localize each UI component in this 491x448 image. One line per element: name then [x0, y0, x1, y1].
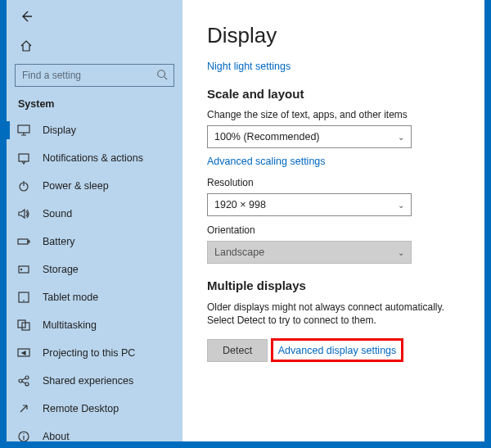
- detect-button[interactable]: Detect: [207, 339, 268, 362]
- sidebar-item-sound[interactable]: Sound: [7, 200, 182, 228]
- chevron-down-icon: ⌄: [398, 133, 404, 142]
- sidebar-item-battery[interactable]: Battery: [7, 228, 182, 256]
- sidebar-item-display[interactable]: Display: [7, 116, 182, 144]
- svg-point-0: [158, 70, 165, 78]
- sidebar-item-label: Multitasking: [43, 319, 97, 331]
- svg-rect-2: [19, 154, 29, 161]
- battery-icon: [16, 234, 31, 249]
- resolution-select[interactable]: 1920 × 998 ⌄: [207, 193, 412, 216]
- night-light-link[interactable]: Night light settings: [207, 61, 291, 72]
- sidebar-item-label: Shared experiences: [43, 375, 133, 387]
- sidebar-item-label: Notifications & actions: [43, 152, 143, 164]
- scale-select[interactable]: 100% (Recommended) ⌄: [207, 125, 412, 148]
- page-title: Display: [207, 23, 465, 48]
- home-icon: [20, 39, 33, 52]
- resolution-value: 1920 × 998: [214, 199, 266, 210]
- sidebar-item-label: About: [43, 431, 70, 441]
- shared-icon: [16, 373, 31, 388]
- multiple-desc: Older displays might not always connect …: [207, 301, 453, 327]
- multitask-icon: [16, 318, 31, 333]
- svg-point-7: [20, 269, 21, 269]
- display-icon: [16, 123, 31, 138]
- sidebar-item-label: Storage: [43, 264, 79, 275]
- sidebar-item-label: Projecting to this PC: [43, 347, 135, 359]
- sidebar-item-multitask[interactable]: Multitasking: [7, 311, 182, 339]
- advanced-display-link[interactable]: Advanced display settings: [278, 345, 397, 356]
- sidebar-item-label: Battery: [43, 236, 75, 247]
- back-button[interactable]: [18, 8, 34, 25]
- sidebar-item-label: Sound: [43, 208, 72, 219]
- sidebar-item-label: Display: [43, 124, 76, 136]
- sidebar-item-tablet[interactable]: Tablet mode: [7, 283, 182, 311]
- svg-rect-4: [18, 239, 28, 244]
- search-input[interactable]: [15, 64, 174, 87]
- about-icon: [16, 429, 31, 441]
- chevron-down-icon: ⌄: [398, 248, 404, 257]
- sidebar-item-power[interactable]: Power & sleep: [7, 172, 182, 200]
- arrow-left-icon: [20, 10, 33, 23]
- storage-icon: [16, 262, 31, 277]
- settings-window: System DisplayNotifications & actionsPow…: [7, 0, 484, 441]
- project-icon: [16, 346, 31, 360]
- sidebar-item-shared[interactable]: Shared experiences: [7, 367, 182, 395]
- sidebar-item-label: Tablet mode: [43, 292, 98, 303]
- notify-icon: [16, 151, 31, 165]
- tablet-icon: [16, 290, 31, 305]
- advanced-scaling-link[interactable]: Advanced scaling settings: [207, 156, 326, 167]
- sidebar-item-storage[interactable]: Storage: [7, 256, 182, 283]
- scale-heading: Scale and layout: [207, 87, 465, 101]
- svg-rect-6: [19, 266, 29, 273]
- scale-value: 100% (Recommended): [214, 131, 320, 143]
- home-button[interactable]: [18, 38, 34, 54]
- svg-rect-5: [28, 241, 29, 242]
- main-pane: Display Night light settings Scale and l…: [182, 0, 484, 441]
- multiple-heading: Multiple displays: [207, 278, 465, 292]
- section-label: System: [7, 95, 182, 116]
- orientation-select: Landscape ⌄: [207, 241, 412, 264]
- svg-point-13: [25, 376, 29, 379]
- svg-point-12: [19, 379, 22, 382]
- scale-label: Change the size of text, apps, and other…: [207, 109, 465, 120]
- sidebar-item-label: Power & sleep: [43, 180, 109, 192]
- search-icon: [156, 69, 168, 80]
- sidebar-item-remote[interactable]: Remote Desktop: [7, 395, 182, 423]
- sidebar-item-label: Remote Desktop: [43, 403, 119, 414]
- chevron-down-icon: ⌄: [398, 201, 404, 210]
- sidebar-nav: DisplayNotifications & actionsPower & sl…: [7, 116, 182, 441]
- svg-rect-1: [18, 125, 29, 133]
- sidebar-item-project[interactable]: Projecting to this PC: [7, 339, 182, 367]
- highlight-annotation: Advanced display settings: [271, 338, 404, 362]
- sound-icon: [16, 206, 31, 221]
- sidebar-item-notify[interactable]: Notifications & actions: [7, 144, 182, 172]
- sidebar-item-about[interactable]: About: [7, 423, 182, 441]
- sidebar: System DisplayNotifications & actionsPow…: [7, 0, 182, 441]
- svg-point-14: [25, 382, 29, 386]
- remote-icon: [16, 401, 31, 416]
- orientation-label: Orientation: [207, 224, 465, 236]
- orientation-value: Landscape: [214, 247, 264, 258]
- search-wrap: [15, 64, 174, 87]
- resolution-label: Resolution: [207, 177, 465, 188]
- power-icon: [16, 179, 31, 193]
